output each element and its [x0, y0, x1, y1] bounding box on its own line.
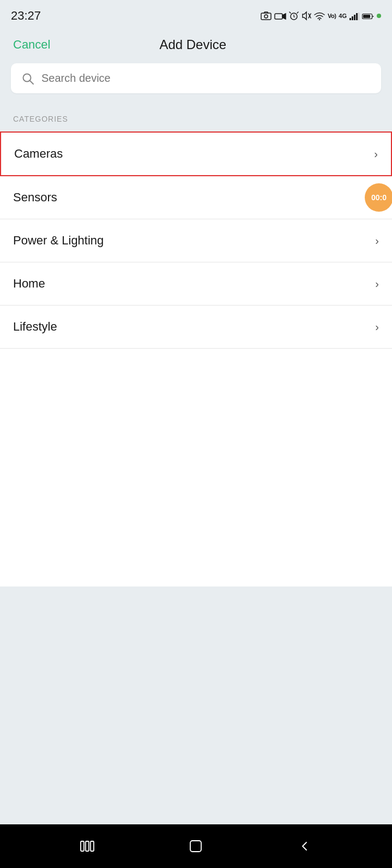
svg-line-15	[30, 80, 34, 84]
home-button[interactable]	[182, 833, 209, 860]
battery-icon	[362, 12, 374, 20]
volte-icon: Vo)	[328, 13, 336, 19]
svg-rect-13	[363, 15, 370, 18]
empty-area	[0, 586, 392, 824]
status-bar: 23:27	[0, 0, 392, 31]
video-icon	[274, 11, 286, 20]
svg-rect-17	[86, 841, 89, 851]
svg-rect-10	[356, 13, 358, 20]
svg-point-6	[319, 19, 320, 20]
wifi-icon	[314, 11, 325, 21]
svg-rect-2	[275, 14, 282, 19]
svg-rect-7	[349, 18, 351, 20]
svg-rect-16	[81, 841, 84, 851]
categories-label: CATEGORIES	[0, 104, 392, 131]
chevron-right-icon-home: ›	[375, 278, 379, 290]
category-item-sensors[interactable]: Sensors › 00:0	[0, 176, 392, 219]
top-nav: Cancel Add Device	[0, 31, 392, 63]
category-item-lifestyle[interactable]: Lifestyle ›	[0, 306, 392, 349]
green-dot	[377, 14, 381, 18]
svg-rect-8	[352, 16, 353, 20]
category-label-sensors: Sensors	[13, 190, 57, 205]
svg-point-1	[264, 15, 268, 18]
cancel-button[interactable]: Cancel	[13, 38, 50, 52]
search-input[interactable]	[41, 72, 370, 85]
chevron-right-icon-power-lighting: ›	[375, 235, 379, 247]
svg-rect-18	[91, 841, 94, 851]
category-item-home[interactable]: Home ›	[0, 262, 392, 306]
back-button[interactable]	[291, 833, 318, 860]
category-label-lifestyle: Lifestyle	[13, 320, 57, 334]
svg-rect-0	[261, 13, 271, 20]
search-box	[11, 63, 381, 93]
chevron-right-icon-lifestyle: ›	[375, 321, 379, 333]
4g-icon: 4G	[339, 13, 347, 19]
bottom-nav-bar	[0, 824, 392, 868]
categories-list: Cameras › Sensors › 00:0 Power & Lightin…	[0, 131, 392, 586]
signal-icon	[349, 11, 359, 20]
timer-badge: 00:0	[365, 183, 392, 212]
svg-rect-9	[354, 15, 355, 20]
mute-icon	[301, 11, 311, 21]
page-title: Add Device	[159, 37, 226, 52]
search-icon	[22, 73, 34, 85]
svg-rect-11	[358, 13, 359, 20]
photo-icon	[261, 11, 272, 21]
category-label-home: Home	[13, 277, 45, 291]
category-label-cameras: Cameras	[14, 147, 63, 161]
alarm-icon	[289, 11, 299, 21]
category-item-cameras[interactable]: Cameras ›	[0, 131, 392, 176]
status-icons: Vo) 4G	[261, 11, 381, 21]
category-item-power-lighting[interactable]: Power & Lighting ›	[0, 219, 392, 262]
svg-rect-19	[190, 841, 201, 852]
categories-heading: CATEGORIES	[13, 115, 68, 123]
status-time: 23:27	[11, 9, 41, 23]
recent-apps-button[interactable]	[74, 833, 101, 860]
search-container	[0, 63, 392, 104]
chevron-right-icon-cameras: ›	[374, 148, 378, 160]
category-label-power-lighting: Power & Lighting	[13, 234, 104, 248]
